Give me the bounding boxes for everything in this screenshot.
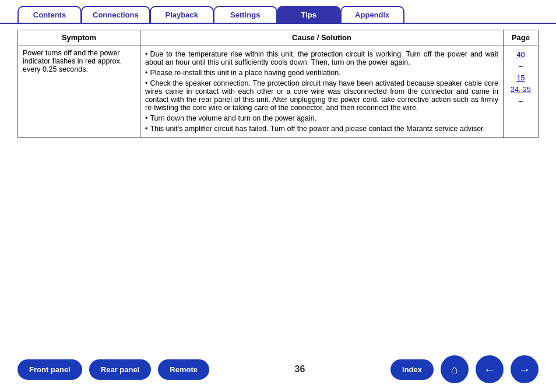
header-page: Page	[504, 30, 539, 45]
page-entry-5: –	[519, 96, 523, 107]
home-button[interactable]: ⌂	[441, 355, 469, 383]
page-entry-2: –	[519, 61, 523, 72]
page-number: 36	[295, 364, 305, 375]
tab-playback[interactable]: Playback	[150, 6, 214, 23]
page-entry-3[interactable]: 15	[517, 72, 525, 84]
cause-cell: Due to the temperature rise within this …	[140, 45, 504, 138]
bottom-navigation: Front panel Rear panel Remote 36 Index ⌂…	[0, 349, 556, 392]
tab-appendix[interactable]: Appendix	[340, 6, 404, 23]
tab-connections[interactable]: Connections	[81, 6, 150, 23]
forward-button[interactable]: →	[511, 355, 539, 383]
list-item: Check the speaker connection. The protec…	[145, 78, 498, 113]
list-item: This unit's amplifier circuit has failed…	[145, 123, 498, 134]
index-button[interactable]: Index	[390, 359, 434, 380]
back-button[interactable]: ←	[476, 355, 504, 383]
tab-navigation: Contents Connections Playback Settings T…	[0, 0, 556, 23]
cause-list: Due to the temperature rise within this …	[145, 49, 498, 134]
tab-tips[interactable]: Tips	[277, 6, 341, 23]
page-entry-4[interactable]: 24, 25	[511, 84, 531, 96]
page-entries: 40 – 15 24, 25 –	[508, 49, 533, 107]
list-item: Turn down the volume and turn on the pow…	[145, 113, 498, 123]
page-entry-1[interactable]: 40	[517, 49, 525, 61]
list-item: Please re-install this unit in a place h…	[145, 68, 498, 78]
rear-panel-button[interactable]: Rear panel	[89, 359, 151, 380]
header-symptom: Symptom	[18, 30, 140, 45]
table-row: Power turns off and the power indicator …	[18, 45, 539, 138]
symptom-cell: Power turns off and the power indicator …	[18, 45, 140, 138]
bottom-left-buttons: Front panel Rear panel Remote	[17, 359, 209, 380]
remote-button[interactable]: Remote	[158, 359, 209, 380]
troubleshoot-table: Symptom Cause / Solution Page Power turn…	[17, 30, 539, 138]
front-panel-button[interactable]: Front panel	[17, 359, 82, 380]
main-content: Symptom Cause / Solution Page Power turn…	[0, 23, 556, 349]
tab-settings[interactable]: Settings	[213, 6, 277, 23]
list-item: Due to the temperature rise within this …	[145, 49, 498, 68]
page-cell: 40 – 15 24, 25 –	[504, 45, 539, 138]
tab-contents[interactable]: Contents	[17, 6, 82, 23]
header-cause: Cause / Solution	[140, 30, 504, 45]
